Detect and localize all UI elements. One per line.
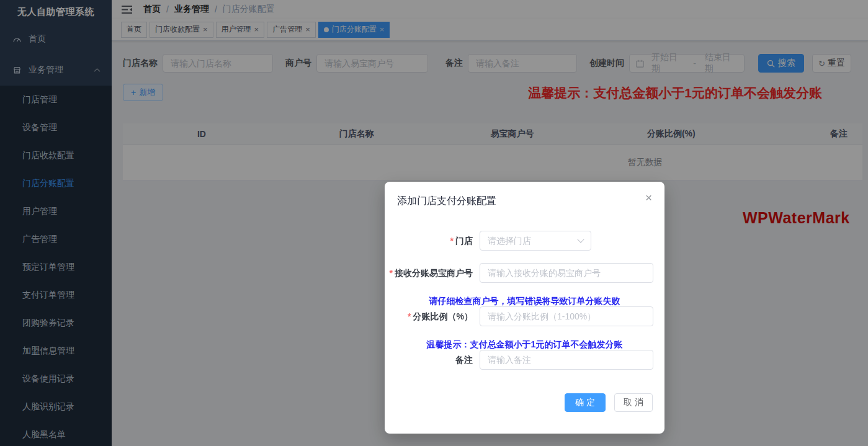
merchant-no-input[interactable] xyxy=(480,263,653,283)
dialog-footer: 确 定 取 消 xyxy=(385,393,664,412)
add-split-config-dialog: 添加门店支付分账配置 × *门店 *接收分账易宝商户号 请仔细检查商户号，填写错… xyxy=(385,182,664,434)
dialog-remark-input[interactable] xyxy=(480,350,653,370)
merchant-field-row: *接收分账易宝商户号 xyxy=(385,263,664,283)
split-ratio-input[interactable] xyxy=(480,306,653,326)
ratio-field-label: *分账比例（%） xyxy=(385,306,480,326)
dialog-header: 添加门店支付分账配置 × xyxy=(385,182,664,208)
remark-field-label: 备注 xyxy=(385,350,480,370)
cancel-button[interactable]: 取 消 xyxy=(614,393,653,412)
close-icon[interactable]: × xyxy=(645,192,652,203)
remark-field-row: 备注 xyxy=(385,350,664,370)
merchant-check-hint: 请仔细检查商户号，填写错误将导致订单分账失败 xyxy=(385,295,664,306)
dialog-body: *门店 *接收分账易宝商户号 请仔细检查商户号，填写错误将导致订单分账失败 *分… xyxy=(385,231,664,412)
store-select-input[interactable] xyxy=(480,231,591,251)
merchant-field-label: *接收分账易宝商户号 xyxy=(385,263,480,283)
ratio-field-row: *分账比例（%） xyxy=(385,306,664,326)
confirm-button[interactable]: 确 定 xyxy=(565,393,606,412)
required-mark: * xyxy=(408,311,411,321)
store-field-label: *门店 xyxy=(385,231,480,251)
required-mark: * xyxy=(450,236,454,246)
store-select[interactable] xyxy=(480,231,591,251)
ratio-warm-hint: 温馨提示：支付总金额小于1元的订单不会触发分账 xyxy=(385,339,664,350)
dialog-title: 添加门店支付分账配置 xyxy=(397,195,496,206)
store-field-row: *门店 xyxy=(385,231,664,251)
required-mark: * xyxy=(390,268,393,278)
